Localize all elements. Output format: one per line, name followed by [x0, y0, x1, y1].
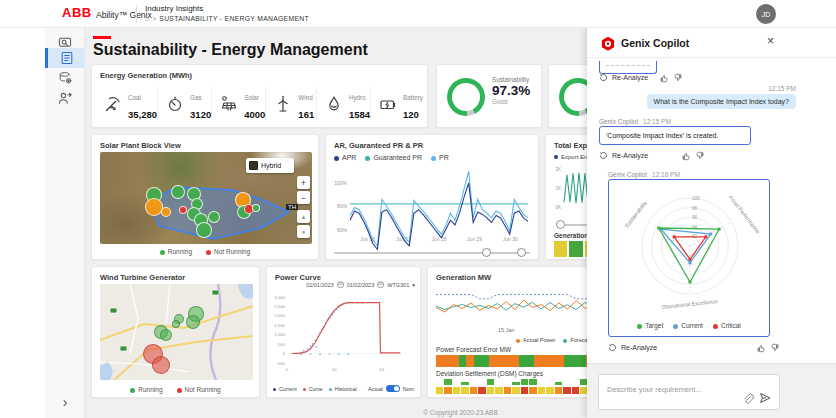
- solar-plant-map[interactable]: Hybrid + − ▲ ● TH: [100, 152, 312, 244]
- svg-text:0: 0: [283, 351, 286, 356]
- toggle-right-label: Nom: [403, 386, 414, 392]
- stat-solar: Solar4000: [212, 87, 266, 121]
- turbine-select[interactable]: WTG301: [387, 282, 409, 288]
- calendar-icon[interactable]: [337, 281, 344, 288]
- message-timestamp: 12:15 PM: [768, 85, 796, 92]
- slider-handle[interactable]: [556, 220, 565, 229]
- svg-text:-500: -500: [276, 361, 285, 366]
- copilot-header: Genix Copilot ×: [587, 28, 836, 58]
- svg-text:Jun 30: Jun 30: [503, 236, 518, 242]
- slider-handle-left[interactable]: [482, 248, 491, 257]
- pr-range-slider: [334, 249, 530, 258]
- svg-text:96: 96: [692, 215, 698, 220]
- pr-legend: APR Guaranteed PR PR: [334, 154, 449, 161]
- sidebar-item-user-flows[interactable]: [45, 88, 85, 108]
- gauge-label: Sustainability: [492, 76, 530, 83]
- refresh-icon[interactable]: [599, 151, 608, 160]
- energy-stats-row: Coal35,280 Gas3120 Solar4000 Wind161 Hyd…: [96, 87, 423, 121]
- calendar-icon[interactable]: [377, 281, 384, 288]
- report-icon: [59, 50, 75, 66]
- stat-wind: Wind161: [266, 87, 317, 121]
- map-zoom-in-button[interactable]: +: [297, 176, 310, 189]
- power-curve-controls: 01/01/2023 01/02/2023 WTG301 ▾: [306, 281, 415, 288]
- layer-label: Hybrid: [261, 162, 281, 169]
- refresh-icon[interactable]: [599, 73, 608, 82]
- home-icon[interactable]: ⌂: [145, 15, 149, 22]
- map-point-running[interactable]: [171, 185, 185, 199]
- refresh-icon[interactable]: [608, 343, 617, 352]
- map-locate-button[interactable]: ●: [297, 225, 310, 238]
- breadcrumb: ⌂ > SUSTAINABILITY - ENERGY MANAGEMENT: [145, 15, 309, 22]
- wind-turbine-map[interactable]: [100, 284, 253, 380]
- generation-card-title: Generation MW: [436, 273, 491, 282]
- map-point-running[interactable]: [160, 329, 172, 341]
- app-header: ABB Ability™ Genix Industry Insights ⌂ >…: [0, 0, 836, 28]
- thumbs-up-icon[interactable]: [660, 74, 668, 82]
- gauge-ring: [447, 78, 485, 116]
- svg-text:0K: 0K: [555, 205, 561, 210]
- abb-logo: ABB: [62, 5, 92, 20]
- generation-x-label: 15 Jan: [498, 327, 515, 333]
- map-point-running[interactable]: [196, 222, 212, 238]
- breadcrumb-current[interactable]: SUSTAINABILITY - ENERGY MANAGEMENT: [159, 15, 309, 22]
- svg-text:98: 98: [692, 206, 698, 211]
- map-point-running[interactable]: [186, 315, 200, 329]
- close-icon[interactable]: ×: [767, 34, 774, 48]
- slider-track[interactable]: [334, 252, 530, 254]
- dsm-charges-label: Deviation Settlement (DSM) Charges: [436, 370, 543, 377]
- map-point-warning[interactable]: [161, 207, 171, 217]
- wind-card-title: Wind Turbine Generator: [100, 273, 185, 282]
- svg-text:2,500: 2,500: [274, 304, 285, 309]
- sidebar-expand-button[interactable]: ›: [45, 394, 85, 410]
- svg-text:Jun 29: Jun 29: [467, 236, 482, 242]
- stat-hydro: Hydro1584: [317, 87, 371, 121]
- page-title: Sustainability - Energy Management: [93, 41, 368, 59]
- svg-text:3,000: 3,000: [274, 295, 285, 300]
- slider-handle-right[interactable]: [517, 248, 526, 257]
- map-zoom-out-button[interactable]: −: [297, 191, 310, 204]
- wind-turbine-card: Wind Turbine Generator Running Not Runni…: [91, 266, 260, 398]
- energy-card-title: Energy Generation (MWh): [100, 71, 192, 80]
- thumbs-down-icon[interactable]: [771, 344, 779, 352]
- user-share-icon: [57, 90, 73, 106]
- map-point-running[interactable]: [172, 320, 180, 328]
- re-analyze-label[interactable]: Re-Analyze: [612, 152, 648, 159]
- stat-label: Coal: [128, 94, 141, 101]
- re-analyze-label[interactable]: Re-Analyze: [612, 74, 648, 81]
- map-point-running[interactable]: [252, 204, 260, 212]
- chevron-down-icon[interactable]: ▾: [412, 282, 415, 288]
- thumbs-down-icon[interactable]: [696, 152, 704, 160]
- energy-generation-card: Energy Generation (MWh) Coal35,280 Gas31…: [91, 64, 428, 128]
- map-terrain-button[interactable]: ▲: [297, 210, 310, 223]
- map-layer-control[interactable]: Hybrid: [246, 158, 294, 173]
- map-point-not-running[interactable]: [179, 206, 187, 214]
- thumbs-up-icon[interactable]: [682, 152, 690, 160]
- genix-copilot-panel: Genix Copilot × Re-Analyze 12:15 PM What…: [587, 28, 836, 418]
- genix-copilot-icon: [601, 36, 615, 51]
- user-avatar[interactable]: JD: [756, 4, 776, 24]
- map-point-not-running[interactable]: [152, 356, 170, 374]
- actual-nom-toggle[interactable]: [386, 385, 400, 392]
- stat-gas: Gas3120: [158, 87, 212, 121]
- map-point-running[interactable]: [208, 211, 220, 223]
- thumbs-up-icon[interactable]: [757, 344, 765, 352]
- re-analyze-row: Re-Analyze: [599, 151, 704, 160]
- thumbs-down-icon[interactable]: [674, 74, 682, 82]
- wind-icon: [273, 94, 293, 114]
- date-to-field[interactable]: 01/02/2023: [347, 282, 375, 288]
- send-icon[interactable]: [759, 392, 771, 404]
- copilot-input-box[interactable]: [598, 374, 780, 410]
- re-analyze-label[interactable]: Re-Analyze: [621, 344, 657, 351]
- re-analyze-row: Re-Analyze: [608, 343, 779, 352]
- stat-battery: Battery120: [371, 87, 423, 121]
- radar-legend: Target Current Critical: [609, 322, 769, 329]
- sidebar-item-data-config[interactable]: [45, 68, 85, 88]
- power-curve-chart: 3,0002,5002,0001,5001,0005000-50001020: [271, 293, 417, 381]
- sidebar-item-dashboards[interactable]: [45, 48, 85, 68]
- date-from-field[interactable]: 01/01/2023: [306, 282, 334, 288]
- gauge-value: 97.3%: [492, 83, 530, 98]
- map-place-label: TH: [286, 204, 298, 210]
- attachment-icon[interactable]: [742, 393, 753, 404]
- pr-card-title: AR, Guaranteed PR & PR: [334, 141, 423, 150]
- svg-text:60%: 60%: [337, 227, 348, 233]
